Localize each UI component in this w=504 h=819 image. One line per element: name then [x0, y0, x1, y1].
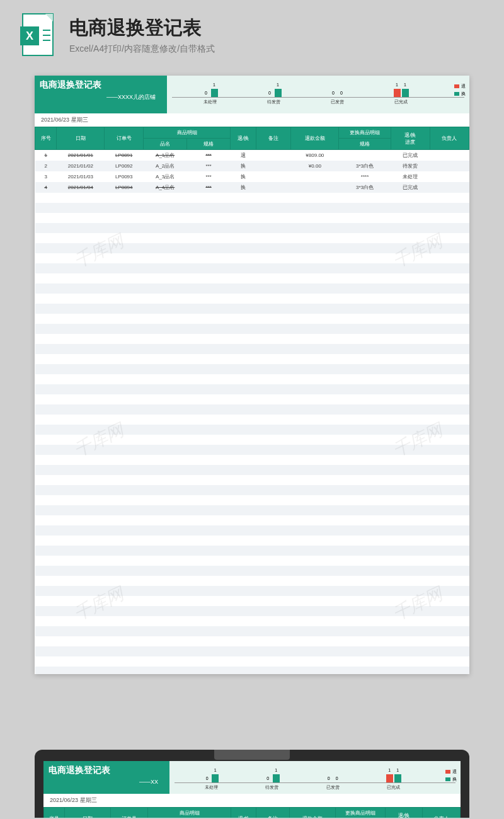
- table-row-empty[interactable]: [35, 384, 469, 394]
- cell-progress[interactable]: 待发货: [391, 161, 430, 171]
- cell-remark[interactable]: [256, 150, 291, 161]
- table-row-empty[interactable]: [35, 656, 469, 667]
- legend-return: 退: [461, 83, 466, 89]
- table-row-empty[interactable]: [35, 394, 469, 404]
- cell-progress[interactable]: 已完成: [391, 150, 430, 161]
- cell-owner[interactable]: [430, 171, 469, 182]
- table-row-empty[interactable]: [35, 495, 469, 505]
- cell-refund[interactable]: [291, 182, 339, 193]
- table-row-empty[interactable]: [35, 193, 469, 203]
- table-row-empty[interactable]: [35, 273, 469, 284]
- cell-owner[interactable]: [430, 150, 469, 161]
- cell-date[interactable]: 2021/01/01: [57, 150, 105, 161]
- cell-remark[interactable]: [256, 161, 291, 171]
- cell-order[interactable]: LP0093: [105, 171, 144, 182]
- table-row-empty[interactable]: [35, 586, 469, 596]
- cell-order[interactable]: LP0091: [105, 150, 144, 161]
- cell-pname[interactable]: A_1品名: [144, 150, 187, 161]
- table-row-empty[interactable]: [35, 626, 469, 636]
- table-row-empty[interactable]: [35, 354, 469, 364]
- table-row-empty[interactable]: [35, 203, 469, 213]
- cell-type[interactable]: 换: [231, 182, 256, 193]
- table-row-empty[interactable]: [35, 646, 469, 656]
- cell-refund[interactable]: ¥809.00: [291, 150, 339, 161]
- cell-type[interactable]: 退: [231, 150, 256, 161]
- table-row-empty[interactable]: [35, 404, 469, 415]
- cell-seq[interactable]: 3: [35, 171, 57, 182]
- table-row-empty[interactable]: [35, 233, 469, 243]
- cell-pname[interactable]: A_4品名: [144, 182, 187, 193]
- table-row[interactable]: 22021/01/02LP0092A_2品名***换¥0.003*3白色待发货: [35, 161, 469, 171]
- cell-refund[interactable]: [291, 171, 339, 182]
- table-row-empty[interactable]: [35, 455, 469, 465]
- cell-xspec[interactable]: 3*3白色: [339, 182, 391, 193]
- cell-pname[interactable]: A_3品名: [144, 171, 187, 182]
- table-row-empty[interactable]: [35, 213, 469, 223]
- cell-xspec[interactable]: ****: [339, 171, 391, 182]
- table-row-empty[interactable]: [35, 485, 469, 495]
- cell-remark[interactable]: [256, 171, 291, 182]
- table-row-empty[interactable]: [35, 576, 469, 586]
- chart-legend: 退 换: [454, 83, 466, 98]
- cell-pspec[interactable]: ***: [187, 171, 231, 182]
- cell-xspec[interactable]: 3*3白色: [339, 161, 391, 171]
- table-row-empty[interactable]: [35, 566, 469, 576]
- table-row-empty[interactable]: [35, 435, 469, 445]
- table-row-empty[interactable]: [35, 425, 469, 435]
- cell-progress[interactable]: 已完成: [391, 182, 430, 193]
- table-row-empty[interactable]: [35, 263, 469, 273]
- cell-owner[interactable]: [430, 161, 469, 171]
- table-row-empty[interactable]: [35, 223, 469, 233]
- cell-seq[interactable]: 1: [35, 150, 57, 161]
- table-row-empty[interactable]: [35, 556, 469, 566]
- table-row-empty[interactable]: [35, 294, 469, 304]
- table-row-empty[interactable]: [35, 314, 469, 324]
- cell-xspec[interactable]: [339, 150, 391, 161]
- table-row-empty[interactable]: [35, 515, 469, 525]
- cell-type[interactable]: 换: [231, 171, 256, 182]
- cell-order[interactable]: LP0094: [105, 182, 144, 193]
- cell-refund[interactable]: ¥0.00: [291, 161, 339, 171]
- cell-date[interactable]: 2021/01/04: [57, 182, 105, 193]
- table-row-empty[interactable]: [35, 253, 469, 263]
- table-row-empty[interactable]: [35, 364, 469, 374]
- table-row-empty[interactable]: [35, 505, 469, 515]
- cell-pspec[interactable]: ***: [187, 150, 231, 161]
- table-row-empty[interactable]: [35, 415, 469, 425]
- table-row-empty[interactable]: [35, 304, 469, 314]
- table-row-empty[interactable]: [35, 596, 469, 606]
- table-row-empty[interactable]: [35, 475, 469, 485]
- cell-type[interactable]: 换: [231, 161, 256, 171]
- cell-seq[interactable]: 4: [35, 182, 57, 193]
- cell-remark[interactable]: [256, 182, 291, 193]
- table-row-empty[interactable]: [35, 536, 469, 546]
- table-row-empty[interactable]: [35, 374, 469, 384]
- cell-seq[interactable]: 2: [35, 161, 57, 171]
- table-row-empty[interactable]: [35, 243, 469, 253]
- table-row-empty[interactable]: [35, 616, 469, 626]
- cell-pspec[interactable]: ***: [187, 161, 231, 171]
- table-row-empty[interactable]: [35, 546, 469, 556]
- bar-group: 11: [386, 774, 401, 782]
- cell-owner[interactable]: [430, 182, 469, 193]
- cell-order[interactable]: LP0092: [105, 161, 144, 171]
- cell-pname[interactable]: A_2品名: [144, 161, 187, 171]
- table-row-empty[interactable]: [35, 667, 469, 674]
- table-row-empty[interactable]: [35, 344, 469, 354]
- table-row-empty[interactable]: [35, 334, 469, 344]
- cell-pspec[interactable]: ***: [187, 182, 231, 193]
- th-progress: 退/换 进度: [391, 127, 430, 150]
- cell-date[interactable]: 2021/01/03: [57, 171, 105, 182]
- table-row[interactable]: 32021/01/03LP0093A_3品名***换****未处理: [35, 171, 469, 182]
- table-row[interactable]: 42021/01/04LP0094A_4品名***换3*3白色已完成: [35, 182, 469, 193]
- table-row-empty[interactable]: [35, 636, 469, 646]
- table-row-empty[interactable]: [35, 525, 469, 536]
- table-row-empty[interactable]: [35, 284, 469, 294]
- table-row-empty[interactable]: [35, 465, 469, 475]
- cell-progress[interactable]: 未处理: [391, 171, 430, 182]
- cell-date[interactable]: 2021/01/02: [57, 161, 105, 171]
- table-row-empty[interactable]: [35, 324, 469, 334]
- table-row-empty[interactable]: [35, 445, 469, 455]
- table-row[interactable]: 12021/01/01LP0091A_1品名***退¥809.00已完成: [35, 150, 469, 161]
- table-row-empty[interactable]: [35, 606, 469, 616]
